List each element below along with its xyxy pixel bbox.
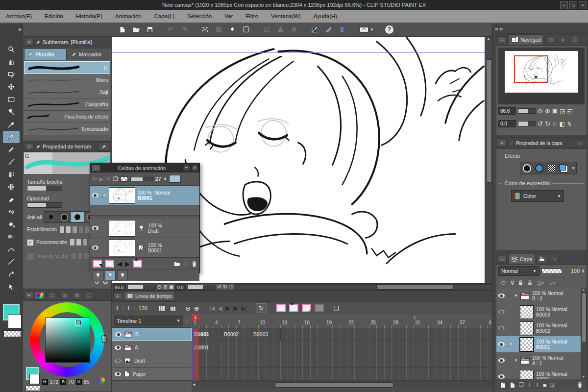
- opacity-slider[interactable]: [27, 202, 62, 208]
- zoom-out-icon[interactable]: ⊖: [157, 284, 162, 290]
- tab-layer-comp[interactable]: ∿: [549, 255, 560, 263]
- tab-layer-search[interactable]: [537, 255, 547, 263]
- panel-menu-icon[interactable]: ≡: [498, 36, 507, 43]
- lock-cel-icon[interactable]: [105, 260, 114, 268]
- play-icon[interactable]: ▶: [225, 305, 230, 312]
- panel-menu-icon[interactable]: ≡: [24, 292, 33, 298]
- eye-icon[interactable]: [498, 342, 505, 346]
- tab-color-slider[interactable]: ▤: [47, 291, 58, 299]
- tool-pencil[interactable]: [3, 143, 20, 156]
- open-file-button[interactable]: [130, 24, 142, 35]
- timeline-current-frame[interactable]: 1: [127, 305, 130, 311]
- tool-zoom[interactable]: [3, 43, 20, 56]
- postcorrection-checkbox[interactable]: ✓: [27, 239, 34, 246]
- rotate-cw-icon[interactable]: ↻: [223, 284, 227, 290]
- effect-tone-button[interactable]: [534, 163, 545, 173]
- canvas-rotation-value[interactable]: 0.0: [175, 284, 185, 290]
- layer-row[interactable]: 100 % NormalB0002: [496, 320, 581, 337]
- clear-selection-button[interactable]: [199, 24, 211, 35]
- lock-layer-icon[interactable]: [518, 280, 523, 286]
- navigator-zoom-slider[interactable]: [518, 108, 536, 114]
- help-button[interactable]: ?: [385, 25, 393, 34]
- expand-icon[interactable]: ▼: [514, 294, 520, 298]
- canvas-horizontal-scrollbar[interactable]: [235, 284, 491, 290]
- menu-historia[interactable]: Historia(P): [76, 13, 102, 19]
- panel-menu-icon[interactable]: ≡: [113, 293, 122, 299]
- cel-unlink-icon[interactable]: [315, 304, 324, 312]
- layer-scroll-thumb[interactable]: [582, 293, 587, 343]
- onion-skin-prev-icon[interactable]: [105, 270, 116, 280]
- tab-tool-navigation[interactable]: ☷: [574, 139, 585, 147]
- navigator-zoom-value[interactable]: 66.6: [498, 107, 516, 115]
- subtool-item[interactable]: Maru: [24, 74, 110, 86]
- saturation-value-square[interactable]: [45, 318, 90, 363]
- canvas-rotation-slider[interactable]: [187, 285, 216, 290]
- canvas-zoom-value[interactable]: 66.6: [113, 284, 126, 290]
- tab-intermediate-color[interactable]: ▩: [72, 291, 82, 299]
- expression-color-dropdown[interactable]: Color ▼: [511, 190, 564, 202]
- layer-row[interactable]: ▼ 100 % NormalB : 3: [496, 288, 581, 304]
- canvas-zoom-slider[interactable]: [127, 285, 156, 290]
- layer-opacity-slider[interactable]: [541, 269, 562, 274]
- cel-link-icon[interactable]: ∞: [302, 304, 311, 312]
- fit-to-screen-icon[interactable]: ▣: [169, 284, 173, 290]
- timeline-settings-icon[interactable]: [158, 305, 166, 312]
- reselect-button[interactable]: [213, 24, 224, 35]
- tool-eraser[interactable]: [3, 193, 20, 206]
- menu-filtro[interactable]: Filtro: [245, 13, 258, 19]
- eye-icon[interactable]: [92, 193, 98, 197]
- eye-icon[interactable]: [92, 245, 98, 250]
- subtool-item[interactable]: Saji: [24, 86, 110, 98]
- hscroll-thumb[interactable]: [376, 285, 454, 290]
- tool-decoration[interactable]: [3, 181, 20, 194]
- track-b[interactable]: B: [112, 328, 192, 341]
- snap-ruler-button[interactable]: [309, 24, 320, 35]
- go-end-icon[interactable]: ▶|: [242, 305, 246, 312]
- tool-object-select[interactable]: [3, 281, 20, 294]
- timeline-start-frame[interactable]: 1: [116, 305, 119, 311]
- eye-icon[interactable]: [115, 359, 121, 363]
- track-paper[interactable]: Paper: [112, 368, 192, 381]
- canvas-vertical-scrollbar[interactable]: ▲: [485, 37, 492, 283]
- track-draft-clips[interactable]: [192, 354, 492, 368]
- select-cel-icon[interactable]: [93, 260, 102, 268]
- navigator-preview[interactable]: [498, 48, 585, 104]
- timeline-ruler[interactable]: 1 1 1 4 7 10 13 16 19 22 25 28 31 34 37 …: [192, 314, 492, 328]
- trash-icon[interactable]: [577, 382, 583, 388]
- layer-row[interactable]: ▼ 100 % NormalA : 1: [496, 352, 581, 369]
- scroll-up-icon[interactable]: ▲: [486, 37, 491, 42]
- tab-approximate-color[interactable]: ❏: [84, 291, 95, 299]
- nav-fit-icon[interactable]: ◲: [560, 108, 565, 115]
- expand-right-dock-icon[interactable]: »: [499, 25, 502, 32]
- clip-label[interactable]: B0003: [253, 331, 268, 337]
- background-color-swatch[interactable]: [8, 315, 22, 328]
- effect-halftone-button[interactable]: [546, 163, 558, 173]
- hue-cursor[interactable]: [101, 335, 107, 343]
- cel-row[interactable]: 100 % Draft: [90, 219, 199, 238]
- reset-rotation-icon[interactable]: ⚙: [229, 284, 234, 290]
- layer-row[interactable]: 100 % NormalB0001: [496, 336, 581, 353]
- onion-skin-both-icon[interactable]: [117, 270, 128, 280]
- flip-horizontal-button[interactable]: [274, 24, 286, 35]
- tool-operation[interactable]: [3, 68, 20, 81]
- navigator-view-rect[interactable]: [514, 55, 548, 83]
- panel-transparent-swatch[interactable]: [25, 386, 40, 391]
- tool-move-layer[interactable]: [3, 81, 20, 94]
- tool-blend[interactable]: [3, 206, 20, 219]
- brush-size-slider[interactable]: [27, 186, 62, 191]
- set-as-draft-icon[interactable]: ◪▾: [537, 280, 544, 286]
- new-layer-icon[interactable]: [500, 382, 506, 389]
- subtool-item[interactable]: Texturizado: [24, 123, 110, 135]
- new-animation-cel-icon[interactable]: ✱: [289, 304, 298, 312]
- track-a-clips[interactable]: A0001: [192, 341, 492, 354]
- onion-value[interactable]: 27: [155, 176, 161, 182]
- mesh-transform-button[interactable]: [240, 24, 252, 35]
- save-button[interactable]: [144, 24, 156, 35]
- new-cel-icon[interactable]: ✱: [133, 260, 142, 268]
- nav-zoom-out-icon[interactable]: ⊖: [538, 107, 543, 115]
- mask-area-icon[interactable]: ⬭: [501, 279, 506, 286]
- nav-flip-h-icon[interactable]: ◧: [560, 121, 565, 127]
- layer-opacity-value[interactable]: 100: [571, 268, 580, 274]
- eye-icon[interactable]: [92, 226, 98, 230]
- tool-line[interactable]: [3, 256, 20, 269]
